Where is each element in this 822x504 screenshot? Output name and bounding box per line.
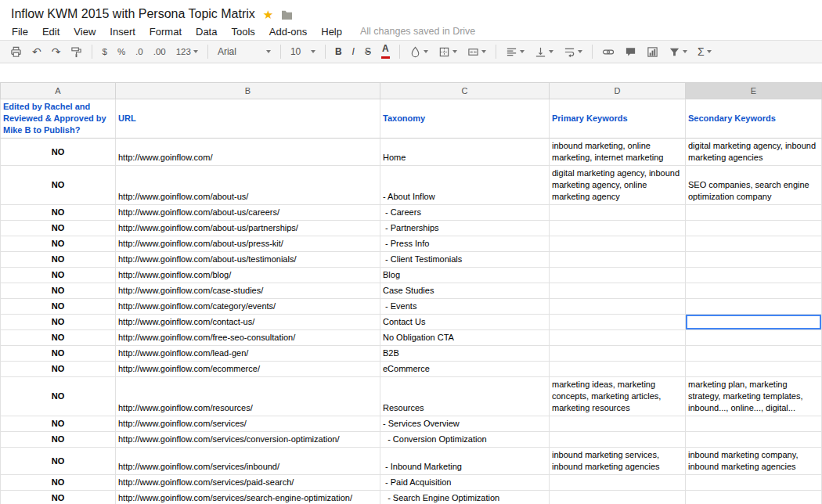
cell-C18[interactable]: - Inbound Marketing — [380, 448, 550, 475]
cell-B4[interactable]: http://www.goinflow.com/about-us/careers… — [116, 205, 380, 221]
cell-E7[interactable] — [686, 252, 822, 268]
cell-D2[interactable]: inbound marketing, online marketing, int… — [550, 139, 686, 166]
horizontal-align-button[interactable] — [502, 45, 528, 59]
functions-button[interactable]: Σ — [694, 44, 716, 59]
cell-D11[interactable] — [550, 315, 686, 330]
cell-D14[interactable] — [550, 362, 686, 377]
cell-D16[interactable] — [550, 416, 686, 432]
cell-B6[interactable]: http://www.goinflow.com/about-us/press-k… — [116, 236, 380, 252]
cell-C11[interactable]: Contact Us — [380, 315, 550, 330]
italic-button[interactable]: I — [348, 45, 359, 59]
column-header-A[interactable]: A — [0, 82, 116, 99]
cell-C8[interactable]: Blog — [380, 268, 550, 283]
cell-C16[interactable]: - Services Overview — [380, 416, 550, 432]
cell-D4[interactable] — [550, 205, 686, 221]
borders-button[interactable] — [434, 45, 461, 59]
cell-B19[interactable]: http://www.goinflow.com/services/paid-se… — [116, 475, 380, 491]
column-header-B[interactable]: B — [116, 82, 380, 99]
cell-E3[interactable]: SEO companies, search engine optimizatio… — [686, 166, 822, 205]
format-percent-button[interactable]: % — [114, 45, 129, 58]
cell-B18[interactable]: http://www.goinflow.com/services/inbound… — [116, 448, 380, 475]
decrease-decimal-button[interactable]: .0 — [132, 45, 147, 58]
star-icon[interactable]: ★ — [263, 9, 273, 20]
cell-A13[interactable]: NO — [0, 346, 116, 362]
cell-D17[interactable] — [550, 432, 686, 448]
redo-button[interactable]: ↷ — [48, 44, 65, 59]
cell-A9[interactable]: NO — [0, 283, 116, 299]
cell-E4[interactable] — [686, 205, 822, 221]
filter-button[interactable] — [665, 45, 691, 59]
cell-B11[interactable]: http://www.goinflow.com/contact-us/ — [116, 315, 380, 330]
cell-E16[interactable] — [686, 416, 822, 432]
document-title[interactable]: Inflow KWM 2015 with Persona Topic Matri… — [11, 7, 255, 21]
cell-E11[interactable] — [686, 315, 822, 330]
cell-E5[interactable] — [686, 221, 822, 236]
cell-D19[interactable] — [550, 475, 686, 491]
font-family-select[interactable]: Arial — [214, 45, 275, 59]
cell-C20[interactable]: - Search Engine Optimization — [380, 491, 550, 504]
menu-format[interactable]: Format — [142, 24, 189, 39]
cell-C13[interactable]: B2B — [380, 346, 550, 362]
header-cell-A1[interactable]: Edited by Rachel and Reviewed & Approved… — [0, 99, 116, 139]
cell-B14[interactable]: http://www.goinflow.com/ecommerce/ — [116, 362, 380, 377]
cell-B2[interactable]: http://www.goinflow.com/ — [116, 139, 380, 166]
cell-A18[interactable]: NO — [0, 448, 116, 475]
text-wrap-button[interactable] — [560, 45, 586, 59]
cell-D7[interactable] — [550, 252, 686, 268]
cell-A15[interactable]: NO — [0, 377, 116, 416]
cell-A16[interactable]: NO — [0, 416, 116, 432]
cell-A11[interactable]: NO — [0, 315, 116, 330]
cell-E9[interactable] — [686, 283, 822, 299]
cell-A20[interactable]: NO — [0, 491, 116, 504]
undo-button[interactable]: ↶ — [28, 44, 45, 59]
paint-format-button[interactable] — [67, 45, 86, 59]
cell-B3[interactable]: http://www.goinflow.com/about-us/ — [116, 166, 380, 205]
cell-A19[interactable]: NO — [0, 475, 116, 491]
cell-E10[interactable] — [686, 299, 822, 315]
cell-B20[interactable]: http://www.goinflow.com/services/search-… — [116, 491, 380, 504]
cell-E6[interactable] — [686, 236, 822, 252]
cell-B5[interactable]: http://www.goinflow.com/about-us/partner… — [116, 221, 380, 236]
cell-A14[interactable]: NO — [0, 362, 116, 377]
cell-D20[interactable] — [550, 491, 686, 504]
insert-chart-button[interactable] — [643, 45, 662, 59]
cell-A6[interactable]: NO — [0, 236, 116, 252]
cell-B13[interactable]: http://www.goinflow.com/lead-gen/ — [116, 346, 380, 362]
cell-E14[interactable] — [686, 362, 822, 377]
cell-A7[interactable]: NO — [0, 252, 116, 268]
cell-B8[interactable]: http://www.goinflow.com/blog/ — [116, 268, 380, 283]
cell-E19[interactable] — [686, 475, 822, 491]
cell-C19[interactable]: - Paid Acquisition — [380, 475, 550, 491]
cell-C4[interactable]: - Careers — [380, 205, 550, 221]
cell-A8[interactable]: NO — [0, 268, 116, 283]
cell-C6[interactable]: - Press Info — [380, 236, 550, 252]
cell-A5[interactable]: NO — [0, 221, 116, 236]
cell-B16[interactable]: http://www.goinflow.com/services/ — [116, 416, 380, 432]
number-format-menu[interactable]: 123 — [172, 45, 202, 58]
menu-tools[interactable]: Tools — [224, 24, 261, 39]
cell-E2[interactable]: digital marketing agency, inbound market… — [686, 139, 822, 166]
merge-cells-button[interactable] — [463, 45, 490, 59]
menu-edit[interactable]: Edit — [35, 24, 67, 39]
cell-A2[interactable]: NO — [0, 139, 116, 166]
cell-E15[interactable]: marketing plan, marketing strategy, mark… — [686, 377, 822, 416]
cell-C15[interactable]: Resources — [380, 377, 550, 416]
cell-C17[interactable]: - Conversion Optimization — [380, 432, 550, 448]
bold-button[interactable]: B — [331, 45, 346, 59]
fill-color-button[interactable] — [406, 45, 432, 59]
cell-C5[interactable]: - Partnerships — [380, 221, 550, 236]
cell-D9[interactable] — [550, 283, 686, 299]
folder-icon[interactable] — [281, 9, 293, 20]
cell-A4[interactable]: NO — [0, 205, 116, 221]
cell-A3[interactable]: NO — [0, 166, 116, 205]
cell-B15[interactable]: http://www.goinflow.com/resources/ — [116, 377, 380, 416]
menu-file[interactable]: File — [5, 24, 35, 39]
text-color-button[interactable]: A — [377, 43, 394, 60]
cell-B10[interactable]: http://www.goinflow.com/category/events/ — [116, 299, 380, 315]
cell-B12[interactable]: http://www.goinflow.com/free-seo-consult… — [116, 330, 380, 346]
cell-D18[interactable]: inbound marketing services, inbound mark… — [550, 448, 686, 475]
insert-link-button[interactable] — [598, 45, 618, 59]
header-cell-C1[interactable]: Taxonomy — [380, 99, 550, 139]
cell-B7[interactable]: http://www.goinflow.com/about-us/testimo… — [116, 252, 380, 268]
menu-insert[interactable]: Insert — [103, 24, 142, 39]
